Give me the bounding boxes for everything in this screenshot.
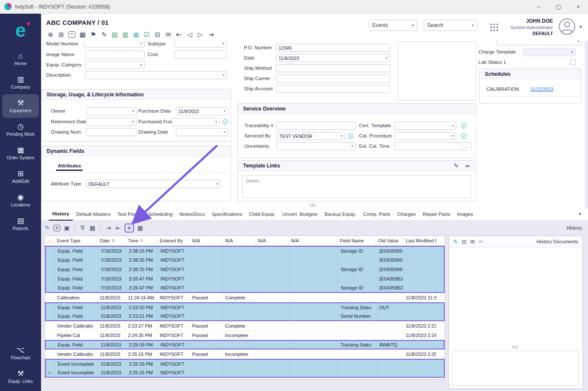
table-row[interactable]: ▷ Equip. Field 7/18/2023 3:26:47 PM INDY… (45, 274, 445, 284)
print-button[interactable]: ⊟ (154, 31, 161, 38)
history-lock-icon[interactable]: ▣ (63, 225, 70, 231)
column-header-last-modified[interactable]: Last Modified Da (403, 236, 437, 245)
maximize-button[interactable]: ▢ (549, 0, 568, 13)
column-header-time[interactable]: Time⇅ (125, 236, 157, 245)
nav-last-button[interactable]: ⇥ (208, 31, 214, 38)
ship-carrier-input[interactable] (276, 75, 390, 83)
cert-template-select[interactable]: ▾ (394, 122, 456, 130)
nav-prev-button[interactable]: ◁ (186, 31, 193, 38)
documents-mail-icon[interactable]: ✉ (470, 239, 475, 245)
tab-backup-equip[interactable]: Backup Equip. (321, 209, 359, 220)
subtype-select[interactable]: ▾ (175, 41, 227, 48)
serviced-by-select[interactable]: TEST VENDOR▾ (276, 132, 345, 140)
delete-button[interactable]: × (68, 31, 75, 38)
equip-category-select[interactable]: ▾ (85, 61, 145, 69)
info-icon[interactable] (461, 133, 466, 139)
documents-edit-icon[interactable]: ✎ (453, 239, 458, 245)
history-export-icon[interactable]: ⇤ (115, 225, 122, 231)
tab-attributes[interactable]: Attributes (56, 163, 83, 171)
tab-charges[interactable]: Charges (394, 209, 419, 220)
history-calendar-add-icon[interactable]: ▦ (137, 225, 144, 231)
history-import-icon[interactable]: ⇥ (105, 225, 112, 231)
history-edit-icon[interactable]: ✎ (44, 225, 50, 231)
close-button[interactable]: × (568, 0, 588, 13)
table-row[interactable]: ▷ Event Incomplete 11/8/2023 2:26:15 PM … (45, 368, 445, 378)
template-link-icon[interactable]: ∞ (464, 163, 471, 169)
tab-default-masters[interactable]: Default Masters (73, 209, 114, 220)
sidebar-item-flowchart[interactable]: ⌥ Flowchart (2, 341, 39, 365)
cost-input[interactable] (175, 51, 227, 59)
est-cal-time-input[interactable]: … (394, 142, 471, 150)
tab-notes-docs[interactable]: Notes/Docs (176, 209, 208, 220)
template-edit-icon[interactable]: ✎ (453, 163, 460, 169)
table-row[interactable]: ▷ Calibration 11/8/2023 11:24:16 AM INDY… (45, 293, 445, 302)
search-dropdown[interactable]: Search▾ (424, 20, 477, 31)
table-row[interactable]: ▷ Equip. Field 11/8/2023 2:23:20 PM INDY… (45, 302, 445, 312)
tab-specifications[interactable]: Specifications (208, 209, 246, 220)
table-row[interactable]: ▷ Equip. Field 7/18/2023 2:38:25 PM INDY… (45, 265, 445, 274)
column-header-field-name[interactable]: Field Name (337, 236, 376, 245)
nav-next-button[interactable]: ▷ (197, 31, 204, 38)
tab-images[interactable]: Images (454, 209, 477, 220)
splitter-grip[interactable] (310, 204, 311, 205)
nav-first-button[interactable]: ⇤ (175, 31, 182, 38)
top-right-select[interactable]: ▾ (496, 41, 582, 45)
description-select[interactable]: ▾ (85, 71, 227, 79)
tab-child-equip[interactable]: Child Equip. (246, 209, 279, 220)
history-details-icon[interactable]: ≡ (125, 224, 134, 233)
sidebar-item-equipment[interactable]: ⚒ Equipment (2, 94, 39, 118)
cal-procedure-select[interactable]: ▾ (394, 132, 456, 140)
sidebar-item-company[interactable]: ▥ Company (2, 71, 39, 94)
sidebar-item-home[interactable]: ⌂ Home (2, 47, 39, 71)
traceability-input[interactable] (276, 122, 356, 130)
column-header-na3[interactable]: N/A (255, 236, 288, 245)
po-number-input[interactable]: 12345 (276, 44, 390, 52)
documents-print-icon[interactable]: ⊟ (462, 239, 466, 245)
history-delete-icon[interactable]: × (53, 225, 60, 231)
tab-scheduling[interactable]: Scheduling (145, 209, 176, 220)
purchase-date-select[interactable]: 11/9/2022▾ (176, 107, 228, 115)
avatar[interactable] (558, 18, 576, 35)
column-header-na2[interactable]: N/A (223, 236, 255, 245)
owner-select[interactable]: ▾ (86, 107, 137, 115)
edit-button[interactable]: ✎ (101, 31, 107, 38)
table-row[interactable]: ▷ Vendor Calibratio 11/8/2023 2:25:15 PM… (45, 349, 445, 359)
tab-history[interactable]: History (49, 208, 73, 221)
sidebar-item-reports[interactable]: ▤ Reports (2, 212, 39, 236)
new-event-icon[interactable]: ☼ (48, 238, 52, 243)
sidebar-item-locations[interactable]: ◉ Locations (2, 188, 39, 212)
web-button[interactable]: ◍ (133, 31, 140, 38)
documents-sign-icon[interactable]: ✏ (479, 239, 484, 245)
tab-repair-parts[interactable]: Repair Parts (419, 209, 454, 220)
user-menu-chevron-icon[interactable]: ▾ (579, 24, 582, 30)
date-select[interactable]: 11/8/2023▾ (276, 54, 390, 62)
sidebar-item-order-system[interactable]: ▦ Order System (2, 141, 39, 165)
image-name-input[interactable] (85, 51, 145, 59)
column-header-old-value[interactable]: Old Value (376, 236, 403, 245)
event-edit-button[interactable]: ▦ (79, 31, 86, 38)
column-header-na4[interactable]: N/A (288, 236, 337, 245)
document-send-button[interactable]: ▥ (122, 31, 129, 38)
ship-method-input[interactable] (276, 64, 390, 72)
sidebar-item-add-edit[interactable]: ⊞ Add/Edit (2, 165, 39, 188)
tabs-collapse-chevron-icon[interactable]: ▾ (579, 211, 581, 217)
table-row[interactable]: ▷ Vendor Calibratio 11/8/2023 2:23:27 PM… (45, 321, 445, 331)
info-icon[interactable] (348, 133, 353, 139)
document-check-button[interactable]: ▤ (111, 31, 118, 38)
table-row[interactable]: ▷ Event Incomplete 11/8/2023 2:25:29 PM … (45, 359, 445, 368)
table-row[interactable]: ▷ Equip. Field 7/18/2023 2:38:25 PM INDY… (45, 255, 445, 265)
bookmark-button[interactable]: ⚑ (90, 31, 97, 38)
tasks-button[interactable]: ☑ (143, 31, 150, 38)
history-calendar-search-icon[interactable]: ▦ (89, 225, 96, 231)
schedule-date-link[interactable]: 11/22/2023 (530, 87, 553, 92)
column-header-date[interactable]: Date⇅ (97, 236, 125, 245)
column-header-event-type[interactable]: Event Type (54, 236, 97, 245)
info-icon[interactable] (223, 119, 228, 125)
table-row[interactable]: ▷ Equip. Field 11/8/2023 2:25:09 PM INDY… (45, 340, 445, 349)
uncertainty-select[interactable]: ▾ (276, 142, 356, 150)
tab-comp-parts[interactable]: Comp. Parts (359, 209, 394, 220)
documents-splitter-grip[interactable] (512, 346, 514, 347)
column-header-na1[interactable]: N/A (190, 236, 223, 245)
tab-uncert-budgets[interactable]: Uncert. Budgets (279, 209, 321, 220)
info-icon[interactable] (461, 123, 466, 128)
